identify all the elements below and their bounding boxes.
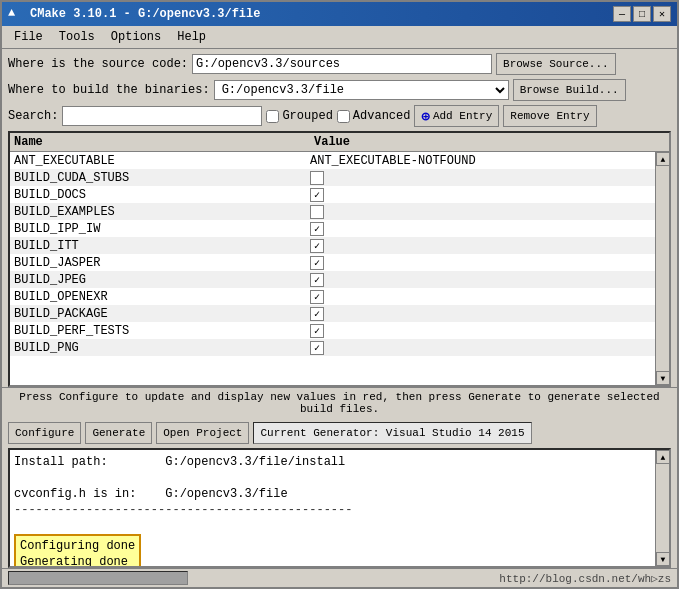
table-row: BUILD_PNG✓: [10, 339, 655, 356]
grouped-checkbox[interactable]: [266, 110, 279, 123]
title-buttons: — □ ✕: [613, 6, 671, 22]
minimize-button[interactable]: —: [613, 6, 631, 22]
row-checkbox[interactable]: [310, 205, 324, 219]
toolbar: Where is the source code: Browse Source.…: [2, 49, 677, 131]
row-name-cell: BUILD_DOCS: [14, 188, 310, 202]
watermark: http://blog.csdn.net/wh▷zs: [499, 572, 671, 585]
build-select[interactable]: G:/opencv3.3/file: [214, 80, 509, 100]
main-table: Name Value ANT_EXECUTABLEANT_EXECUTABLE-…: [8, 131, 671, 387]
scroll-track: [656, 166, 669, 371]
source-label: Where is the source code:: [8, 57, 188, 71]
row-name-cell: BUILD_OPENEXR: [14, 290, 310, 304]
menu-help[interactable]: Help: [169, 28, 214, 46]
row-name-cell: BUILD_ITT: [14, 239, 310, 253]
row-value-cell: ✓: [310, 239, 651, 253]
log-scroll-down[interactable]: ▼: [656, 552, 670, 566]
row-name-cell: BUILD_EXAMPLES: [14, 205, 310, 219]
row-checkbox[interactable]: ✓: [310, 341, 324, 355]
row-checkbox[interactable]: ✓: [310, 324, 324, 338]
row-name-cell: BUILD_CUDA_STUBS: [14, 171, 310, 185]
build-row: Where to build the binaries: G:/opencv3.…: [8, 79, 671, 101]
table-row: ANT_EXECUTABLEANT_EXECUTABLE-NOTFOUND: [10, 152, 655, 169]
bottom-status-bar: http://blog.csdn.net/wh▷zs: [2, 568, 677, 587]
row-checkbox[interactable]: ✓: [310, 273, 324, 287]
table-row: BUILD_EXAMPLES: [10, 203, 655, 220]
window-title: CMake 3.10.1 - G:/opencv3.3/file: [30, 7, 260, 21]
browse-build-button[interactable]: Browse Build...: [513, 79, 626, 101]
title-bar-left: ▲ CMake 3.10.1 - G:/opencv3.3/file: [8, 6, 260, 22]
log-content: Install path: G:/opencv3.3/file/install …: [10, 450, 655, 566]
status-text: Press Configure to update and display ne…: [19, 391, 659, 415]
col-name-header: Name: [14, 135, 314, 149]
log-scroll-up[interactable]: ▲: [656, 450, 670, 464]
search-label: Search:: [8, 109, 58, 123]
table-row: BUILD_JPEG✓: [10, 271, 655, 288]
row-value-cell: ✓: [310, 256, 651, 270]
log-line: cvconfig.h is in: G:/opencv3.3/file: [14, 486, 651, 502]
row-checkbox[interactable]: ✓: [310, 256, 324, 270]
remove-entry-button[interactable]: Remove Entry: [503, 105, 596, 127]
maximize-button[interactable]: □: [633, 6, 651, 22]
row-checkbox[interactable]: ✓: [310, 290, 324, 304]
table-scrollbar[interactable]: ▲ ▼: [655, 152, 669, 385]
progress-bar: [8, 571, 188, 585]
scroll-up-button[interactable]: ▲: [656, 152, 669, 166]
menu-tools[interactable]: Tools: [51, 28, 103, 46]
advanced-checkbox-label[interactable]: Advanced: [337, 109, 411, 123]
table-row: BUILD_IPP_IW✓: [10, 220, 655, 237]
col-value-header: Value: [314, 135, 665, 149]
log-scroll-track: [656, 464, 669, 552]
add-entry-button[interactable]: ⊕ Add Entry: [414, 105, 499, 127]
advanced-checkbox[interactable]: [337, 110, 350, 123]
table-row: BUILD_CUDA_STUBS: [10, 169, 655, 186]
row-checkbox[interactable]: ✓: [310, 188, 324, 202]
close-button[interactable]: ✕: [653, 6, 671, 22]
row-name-cell: BUILD_PERF_TESTS: [14, 324, 310, 338]
main-window: ▲ CMake 3.10.1 - G:/opencv3.3/file — □ ✕…: [0, 0, 679, 589]
log-line: [14, 518, 651, 534]
highlighted-status: Configuring doneGenerating done: [14, 534, 141, 568]
bottom-toolbar: Configure Generate Open Project Current …: [2, 418, 677, 448]
generator-label: Current Generator: Visual Studio 14 2015: [253, 422, 531, 444]
configure-button[interactable]: Configure: [8, 422, 81, 444]
menu-options[interactable]: Options: [103, 28, 169, 46]
row-value-cell: ✓: [310, 341, 651, 355]
search-row: Search: Grouped Advanced ⊕ Add Entry Rem…: [8, 105, 671, 127]
log-highlighted: Configuring doneGenerating done: [14, 534, 651, 568]
row-checkbox[interactable]: [310, 171, 324, 185]
log-scrollbar[interactable]: ▲ ▼: [655, 450, 669, 566]
row-checkbox[interactable]: ✓: [310, 307, 324, 321]
row-value-cell: ✓: [310, 290, 651, 304]
table-row: BUILD_ITT✓: [10, 237, 655, 254]
row-name-cell: BUILD_JASPER: [14, 256, 310, 270]
row-name-cell: BUILD_IPP_IW: [14, 222, 310, 236]
row-checkbox[interactable]: ✓: [310, 239, 324, 253]
table-row: BUILD_OPENEXR✓: [10, 288, 655, 305]
title-bar: ▲ CMake 3.10.1 - G:/opencv3.3/file — □ ✕: [2, 2, 677, 26]
browse-source-button[interactable]: Browse Source...: [496, 53, 616, 75]
app-icon: ▲: [8, 6, 24, 22]
menu-bar: File Tools Options Help: [2, 26, 677, 49]
row-value-cell: ✓: [310, 188, 651, 202]
row-name-cell: BUILD_PNG: [14, 341, 310, 355]
scroll-down-button[interactable]: ▼: [656, 371, 669, 385]
log-area: Install path: G:/opencv3.3/file/install …: [8, 448, 671, 568]
table-row: BUILD_DOCS✓: [10, 186, 655, 203]
open-project-button[interactable]: Open Project: [156, 422, 249, 444]
row-value-cell: [310, 205, 651, 219]
log-line: Install path: G:/opencv3.3/file/install: [14, 454, 651, 470]
plus-icon: ⊕: [421, 108, 429, 125]
log-line: [14, 470, 651, 486]
source-input[interactable]: [192, 54, 492, 74]
row-value-cell: [310, 171, 651, 185]
source-row: Where is the source code: Browse Source.…: [8, 53, 671, 75]
search-input[interactable]: [62, 106, 262, 126]
row-value-cell: ✓: [310, 324, 651, 338]
menu-file[interactable]: File: [6, 28, 51, 46]
generate-button[interactable]: Generate: [85, 422, 152, 444]
grouped-checkbox-label[interactable]: Grouped: [266, 109, 332, 123]
row-checkbox[interactable]: ✓: [310, 222, 324, 236]
row-name-cell: BUILD_JPEG: [14, 273, 310, 287]
table-body: ANT_EXECUTABLEANT_EXECUTABLE-NOTFOUNDBUI…: [10, 152, 655, 385]
table-row: BUILD_JASPER✓: [10, 254, 655, 271]
